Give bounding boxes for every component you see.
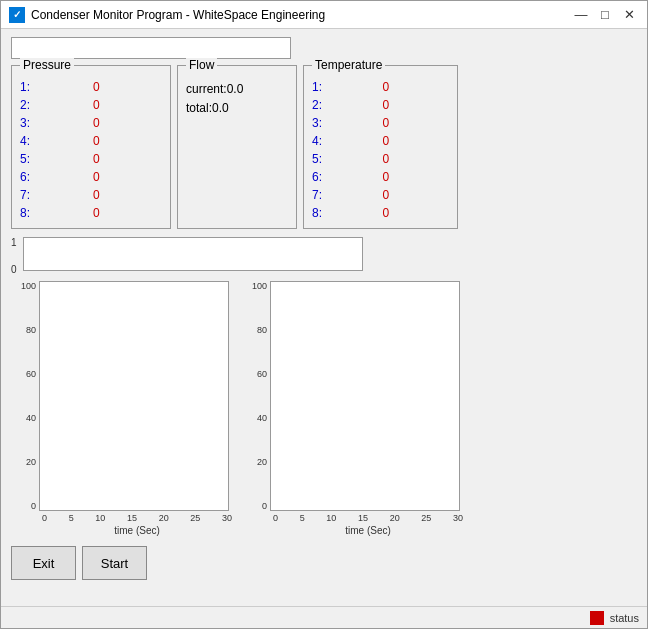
flow-current-val: 0.0 <box>227 82 244 96</box>
content-area: Pressure 1: 0 2: 0 3: 0 4: 0 5: 0 6: 0 7… <box>1 29 647 606</box>
chart-right-x-label: time (Sec) <box>242 525 463 536</box>
t5-id: 5: <box>312 152 379 166</box>
flow-group: Flow current:0.0 total:0.0 <box>177 65 297 229</box>
chart-left-y-axis: 100 80 60 40 20 0 <box>11 281 39 511</box>
chart-left-canvas <box>39 281 229 511</box>
p8-id: 8: <box>20 206 89 220</box>
p2-val: 0 <box>93 98 162 112</box>
t1-id: 1: <box>312 80 379 94</box>
chart-right-x-axis: 0 5 10 15 20 25 30 <box>242 511 463 523</box>
panels-row: Pressure 1: 0 2: 0 3: 0 4: 0 5: 0 6: 0 7… <box>11 65 637 229</box>
p3-val: 0 <box>93 116 162 130</box>
maximize-button[interactable]: □ <box>595 6 615 24</box>
t6-id: 6: <box>312 170 379 184</box>
close-button[interactable]: ✕ <box>619 6 639 24</box>
t8-val: 0 <box>383 206 450 220</box>
flow-total-val: 0.0 <box>212 101 229 115</box>
t5-val: 0 <box>383 152 450 166</box>
chart-right-y-axis: 100 80 60 40 20 0 <box>242 281 270 511</box>
pressure-label: Pressure <box>20 58 74 72</box>
p4-val: 0 <box>93 134 162 148</box>
title-bar: ✓ Condenser Monitor Program - WhiteSpace… <box>1 1 647 29</box>
t4-val: 0 <box>383 134 450 148</box>
p6-id: 6: <box>20 170 89 184</box>
chart-left-area: 100 80 60 40 20 0 <box>11 281 232 511</box>
t3-id: 3: <box>312 116 379 130</box>
t4-id: 4: <box>312 134 379 148</box>
progress-min-label: 0 <box>11 264 17 275</box>
p1-id: 1: <box>20 80 89 94</box>
pressure-grid: 1: 0 2: 0 3: 0 4: 0 5: 0 6: 0 7: 0 8: 0 <box>20 80 162 220</box>
flow-total-label: total: <box>186 101 212 115</box>
p5-val: 0 <box>93 152 162 166</box>
p6-val: 0 <box>93 170 162 184</box>
p7-val: 0 <box>93 188 162 202</box>
t3-val: 0 <box>383 116 450 130</box>
flow-total-line: total:0.0 <box>186 99 288 118</box>
flow-current-line: current:0.0 <box>186 80 288 99</box>
t2-val: 0 <box>383 98 450 112</box>
buttons-row: Exit Start <box>11 542 637 580</box>
chart-left-wrap: 100 80 60 40 20 0 0 5 10 15 20 25 <box>11 281 232 536</box>
p1-val: 0 <box>93 80 162 94</box>
temperature-grid: 1: 0 2: 0 3: 0 4: 0 5: 0 6: 0 7: 0 8: 0 <box>312 80 449 220</box>
p7-id: 7: <box>20 188 89 202</box>
t6-val: 0 <box>383 170 450 184</box>
chart-left-x-label: time (Sec) <box>11 525 232 536</box>
t2-id: 2: <box>312 98 379 112</box>
charts-row: 100 80 60 40 20 0 0 5 10 15 20 25 <box>11 281 637 536</box>
exit-button[interactable]: Exit <box>11 546 76 580</box>
progress-bar-container <box>23 237 363 271</box>
status-bar: status <box>1 606 647 628</box>
start-button[interactable]: Start <box>82 546 147 580</box>
flow-current-label: current: <box>186 82 227 96</box>
t8-id: 8: <box>312 206 379 220</box>
p5-id: 5: <box>20 152 89 166</box>
progress-max-label: 1 <box>11 237 17 248</box>
p4-id: 4: <box>20 134 89 148</box>
p8-val: 0 <box>93 206 162 220</box>
status-text: status <box>610 612 639 624</box>
p3-id: 3: <box>20 116 89 130</box>
temperature-label: Temperature <box>312 58 385 72</box>
temperature-group: Temperature 1: 0 2: 0 3: 0 4: 0 5: 0 6: … <box>303 65 458 229</box>
p2-id: 2: <box>20 98 89 112</box>
window-controls: — □ ✕ <box>571 6 639 24</box>
main-window: ✓ Condenser Monitor Program - WhiteSpace… <box>0 0 648 629</box>
t7-val: 0 <box>383 188 450 202</box>
top-input[interactable] <box>11 37 291 59</box>
progress-labels: 1 0 <box>11 237 17 275</box>
minimize-button[interactable]: — <box>571 6 591 24</box>
chart-right-canvas <box>270 281 460 511</box>
chart-left-x-axis: 0 5 10 15 20 25 30 <box>11 511 232 523</box>
app-icon: ✓ <box>9 7 25 23</box>
t7-id: 7: <box>312 188 379 202</box>
t1-val: 0 <box>383 80 450 94</box>
status-indicator <box>590 611 604 625</box>
window-title: Condenser Monitor Program - WhiteSpace E… <box>31 8 571 22</box>
flow-label: Flow <box>186 58 217 72</box>
chart-right-wrap: 100 80 60 40 20 0 0 5 10 15 20 25 <box>242 281 463 536</box>
chart-right-area: 100 80 60 40 20 0 <box>242 281 463 511</box>
pressure-group: Pressure 1: 0 2: 0 3: 0 4: 0 5: 0 6: 0 7… <box>11 65 171 229</box>
